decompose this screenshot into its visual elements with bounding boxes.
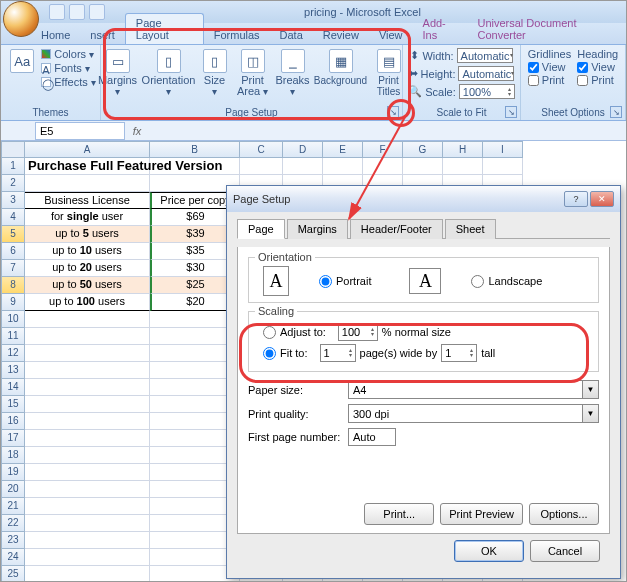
cell[interactable]: Purchase Full Featured Version <box>25 158 150 175</box>
scale-pct-spin[interactable]: 100%▴▾ <box>459 84 515 99</box>
fit-to-radio[interactable]: Fit to: <box>263 347 308 360</box>
tab-insert[interactable]: nsert <box>80 26 124 44</box>
office-orb[interactable] <box>3 1 39 37</box>
cell[interactable] <box>25 447 150 464</box>
print-quality-select[interactable]: 300 dpi▼ <box>348 404 599 423</box>
cell[interactable] <box>25 430 150 447</box>
dialog-close-button[interactable]: ✕ <box>590 191 614 207</box>
cell[interactable] <box>25 566 150 581</box>
cell[interactable]: Business License <box>25 192 150 209</box>
tab-review[interactable]: Review <box>313 26 369 44</box>
effects-button[interactable]: ◯Effects ▾ <box>41 75 95 89</box>
portrait-radio[interactable]: Portrait <box>319 275 371 288</box>
cell[interactable]: up to 10 users <box>25 243 150 260</box>
tab-formulas[interactable]: Formulas <box>204 26 270 44</box>
scale-height-select[interactable]: Automatic▾ <box>458 66 514 81</box>
background-button[interactable]: ▦Background <box>314 47 368 88</box>
page-setup-launcher[interactable]: ↘ <box>387 106 399 118</box>
gridlines-print-check[interactable]: Print <box>528 74 571 86</box>
cell[interactable] <box>240 158 283 175</box>
cell[interactable]: up to 50 users <box>25 277 150 294</box>
headings-print-check[interactable]: Print <box>577 74 618 86</box>
sheet-options-launcher[interactable]: ↘ <box>610 106 622 118</box>
tab-udc[interactable]: Universal Document Converter <box>467 14 626 44</box>
cell[interactable] <box>25 362 150 379</box>
ribbon-tabs: Home nsert Page Layout Formulas Data Rev… <box>1 23 626 45</box>
qat-undo-icon[interactable] <box>69 4 85 20</box>
cell[interactable] <box>25 311 150 328</box>
cell[interactable] <box>283 158 323 175</box>
print-area-icon: ◫ <box>241 49 265 73</box>
group-label-themes: Themes <box>32 107 68 120</box>
print-preview-button[interactable]: Print Preview <box>440 503 523 525</box>
cell[interactable] <box>363 158 403 175</box>
scale-width-select[interactable]: Automatic▾ <box>457 48 513 63</box>
adjust-to-radio[interactable]: Adjust to: <box>263 326 326 339</box>
qat-save-icon[interactable] <box>49 4 65 20</box>
dialog-tab-page[interactable]: Page <box>237 219 285 239</box>
cell[interactable]: up to 5 users <box>25 226 150 243</box>
cell[interactable]: for single user <box>25 209 150 226</box>
print-button[interactable]: Print... <box>364 503 434 525</box>
scale-launcher[interactable]: ↘ <box>505 106 517 118</box>
cell[interactable] <box>25 498 150 515</box>
adjust-to-spin[interactable]: 100▴▾ <box>338 323 378 341</box>
dialog-tabs: Page Margins Header/Footer Sheet <box>237 218 610 239</box>
cell[interactable] <box>403 158 443 175</box>
gridlines-view-check[interactable]: View <box>528 61 571 73</box>
cell[interactable] <box>25 481 150 498</box>
qat-redo-icon[interactable] <box>89 4 105 20</box>
cell[interactable] <box>25 549 150 566</box>
cell[interactable] <box>25 532 150 549</box>
tab-view[interactable]: View <box>369 26 413 44</box>
cell[interactable]: up to 100 users <box>25 294 150 311</box>
fit-wide-spin[interactable]: 1▴▾ <box>320 344 356 362</box>
cancel-button[interactable]: Cancel <box>530 540 600 562</box>
cell[interactable] <box>25 464 150 481</box>
scale-height-label: Height: <box>421 68 456 80</box>
paper-size-select[interactable]: A4▼ <box>348 380 599 399</box>
cell[interactable] <box>150 158 240 175</box>
cell[interactable] <box>443 158 483 175</box>
dialog-tab-header-footer[interactable]: Header/Footer <box>350 219 443 239</box>
first-page-input[interactable]: Auto <box>348 428 396 446</box>
breaks-button[interactable]: ⎯Breaks▾ <box>274 47 312 99</box>
portrait-icon: A <box>263 266 289 296</box>
cell[interactable] <box>323 158 363 175</box>
fx-icon[interactable]: fx <box>129 125 145 137</box>
cell[interactable] <box>25 413 150 430</box>
ok-button[interactable]: OK <box>454 540 524 562</box>
dialog-titlebar[interactable]: Page Setup ? ✕ <box>227 186 620 212</box>
dialog-tab-margins[interactable]: Margins <box>287 219 348 239</box>
headings-view-check[interactable]: View <box>577 61 618 73</box>
landscape-radio[interactable]: Landscape <box>471 275 542 288</box>
group-scale-to-fit: ⬍Width:Automatic▾ ⬌Height:Automatic▾ 🔍Sc… <box>403 45 521 120</box>
cell[interactable] <box>25 515 150 532</box>
cell[interactable] <box>25 345 150 362</box>
background-icon: ▦ <box>329 49 353 73</box>
cell[interactable] <box>483 158 523 175</box>
adjust-suffix: % normal size <box>382 326 451 338</box>
orientation-button[interactable]: ▯Orientation▾ <box>142 47 196 99</box>
cell[interactable] <box>25 379 150 396</box>
cell[interactable]: up to 20 users <box>25 260 150 277</box>
print-titles-button[interactable]: ▤Print Titles <box>370 47 408 99</box>
dialog-tab-sheet[interactable]: Sheet <box>445 219 496 239</box>
colors-button[interactable]: Colors ▾ <box>41 47 95 61</box>
cell[interactable] <box>25 175 150 192</box>
cell[interactable] <box>25 328 150 345</box>
name-box[interactable]: E5 <box>35 122 125 140</box>
tab-data[interactable]: Data <box>270 26 313 44</box>
tab-addins[interactable]: Add-Ins <box>413 14 468 44</box>
cell[interactable] <box>25 396 150 413</box>
tab-page-layout[interactable]: Page Layout <box>125 13 204 44</box>
themes-button[interactable]: Aa <box>5 47 39 77</box>
tab-home[interactable]: Home <box>31 26 80 44</box>
dialog-help-button[interactable]: ? <box>564 191 588 207</box>
size-button[interactable]: ▯Size▾ <box>198 47 232 99</box>
fonts-button[interactable]: AFonts ▾ <box>41 61 95 75</box>
fit-tall-spin[interactable]: 1▴▾ <box>441 344 477 362</box>
print-area-button[interactable]: ◫Print Area ▾ <box>234 47 272 99</box>
margins-button[interactable]: ▭Margins▾ <box>96 47 140 99</box>
options-button[interactable]: Options... <box>529 503 599 525</box>
